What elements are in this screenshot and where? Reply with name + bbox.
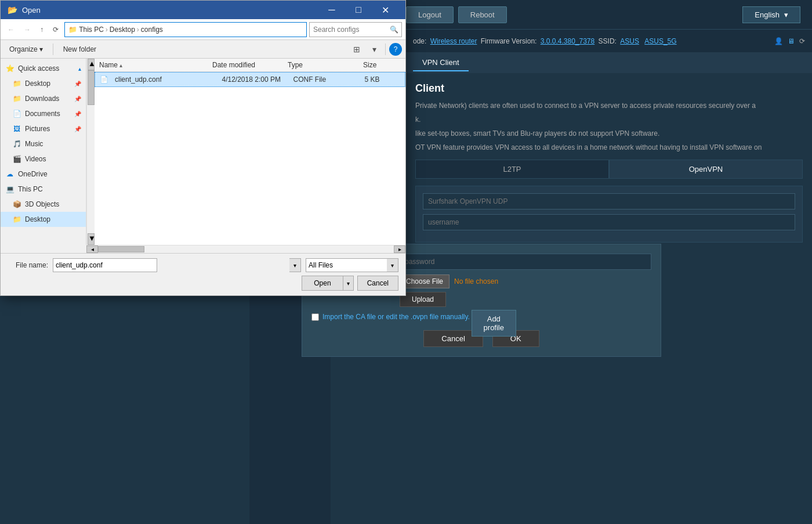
onedrive-icon: ☁	[5, 169, 14, 179]
refresh-button[interactable]: ⟳	[49, 23, 62, 36]
tab-vpn-client[interactable]: VPN Client	[413, 55, 469, 71]
file-size: 5 KB	[365, 75, 401, 84]
username-input[interactable]	[423, 214, 795, 230]
add-profile-button[interactable]: Add profile	[472, 310, 516, 337]
nav-this-pc[interactable]: 💻 This PC	[1, 182, 86, 197]
file-name: client_udp.conf	[115, 75, 222, 84]
view-dropdown-button[interactable]: ▾	[367, 42, 382, 57]
path-sep-1: ›	[137, 26, 139, 34]
videos-label: Videos	[25, 155, 81, 163]
nav-quick-access[interactable]: ⭐ Quick access ▴	[1, 61, 86, 76]
horizontal-scrollbar[interactable]: ◂ ▸	[86, 245, 405, 253]
nav-music[interactable]: 🎵 Music	[1, 136, 86, 151]
logout-button[interactable]: Logout	[406, 6, 454, 23]
file-date: 4/12/2018 2:00 PM	[222, 75, 293, 84]
ssid-label: SSID:	[599, 37, 617, 45]
nav-sidebar: ⭐ Quick access ▴ 📁 Desktop 📌 📁 Downloads…	[1, 59, 86, 245]
reboot-button[interactable]: Reboot	[458, 6, 507, 23]
nav-3d-objects[interactable]: 📦 3D Objects	[1, 197, 86, 212]
music-icon: 🎵	[12, 139, 21, 149]
desktop-label: Desktop	[25, 79, 71, 88]
nav-onedrive[interactable]: ☁ OneDrive	[1, 167, 86, 182]
this-pc-icon: 💻	[5, 185, 14, 194]
table-row[interactable]: 📄 client_udp.conf 4/12/2018 2:00 PM CONF…	[95, 72, 405, 87]
pictures-label: Pictures	[25, 125, 71, 133]
scrollbar-up[interactable]: ▲	[88, 59, 95, 70]
choose-file-button[interactable]: Choose File	[400, 274, 449, 288]
dialog-addressbar: ← → ↑ ⟳ 📁 This PC › Desktop › configs 🔍	[1, 19, 405, 40]
ssid5g-link[interactable]: ASUS_5G	[644, 37, 676, 45]
refresh-icon: ⟳	[799, 37, 805, 45]
scroll-left-btn[interactable]: ◂	[86, 245, 98, 253]
filename-input[interactable]	[53, 258, 157, 272]
path-part-1: Desktop	[110, 26, 135, 34]
search-input[interactable]	[309, 22, 402, 37]
language-button[interactable]: English ▾	[742, 6, 800, 23]
close-button[interactable]: ✕	[372, 1, 398, 19]
scroll-right-btn[interactable]: ▸	[394, 245, 405, 253]
col-type[interactable]: Type	[288, 61, 363, 69]
back-button[interactable]: ←	[4, 23, 18, 36]
music-label: Music	[25, 140, 81, 148]
password-input[interactable]	[400, 254, 651, 270]
username-field	[423, 214, 795, 230]
nav-pictures[interactable]: 🖼 Pictures 📌	[1, 121, 86, 136]
filename-dropdown-button[interactable]: ▾	[289, 258, 301, 272]
main-desc4: OT VPN feature provides VPN access to al…	[415, 142, 803, 153]
col-name[interactable]: Name ▴	[99, 61, 212, 69]
desktop-2-icon: 📁	[12, 215, 21, 224]
desktop-2-label: Desktop	[25, 215, 81, 223]
router-tabbar: VPN Client	[406, 52, 812, 73]
address-path[interactable]: 📁 This PC › Desktop › configs	[64, 22, 307, 37]
maximize-button[interactable]: □	[345, 1, 372, 19]
minimize-button[interactable]: ─	[318, 1, 345, 19]
firmware-value-link[interactable]: 3.0.0.4.380_7378	[541, 37, 594, 45]
scrollbar-down[interactable]: ▼	[88, 233, 95, 245]
documents-label: Documents	[25, 110, 71, 118]
organize-button[interactable]: Organize ▾	[4, 43, 48, 56]
import-ca-checkbox[interactable]	[311, 313, 319, 321]
path-part-2: configs	[141, 26, 163, 34]
toolbar-sep-2	[385, 44, 386, 55]
scroll-thumb-h[interactable]	[98, 246, 144, 252]
nav-videos[interactable]: 🎬 Videos	[1, 151, 86, 167]
upload-button[interactable]: Upload	[400, 292, 446, 307]
filename-input-wrapper: ▾	[53, 258, 301, 272]
tab-openvpn[interactable]: OpenVPN	[609, 160, 803, 179]
display-icon: 🖥	[788, 37, 795, 45]
col-date[interactable]: Date modified	[212, 61, 288, 69]
col-size[interactable]: Size	[363, 61, 401, 69]
nav-sidebar-scrollbar[interactable]: ▲ ▼	[86, 59, 95, 245]
open-button[interactable]: Open	[302, 276, 343, 291]
tab-l2tp[interactable]: L2TP	[415, 160, 609, 179]
documents-icon: 📄	[12, 109, 21, 118]
forward-button[interactable]: →	[20, 23, 34, 36]
nav-desktop-2[interactable]: 📁 Desktop	[1, 212, 86, 227]
user-icon: 👤	[774, 37, 783, 45]
dialog-content: ⭐ Quick access ▴ 📁 Desktop 📌 📁 Downloads…	[1, 59, 405, 245]
ssid-value-link[interactable]: ASUS	[620, 37, 639, 45]
main-desc1: Private Network) clients are often used …	[415, 100, 803, 111]
new-folder-button[interactable]: New folder	[58, 43, 102, 56]
file-list: Name ▴ Date modified Type Size 📄 client_…	[95, 59, 405, 245]
description-input[interactable]	[423, 193, 795, 209]
nav-documents[interactable]: 📄 Documents 📌	[1, 106, 86, 121]
mode-value-link[interactable]: Wireless router	[430, 37, 477, 45]
quick-access-icon: ⭐	[5, 64, 14, 73]
filetype-select[interactable]: All Files	[306, 258, 398, 272]
help-button[interactable]: ?	[389, 43, 402, 56]
view-options-button[interactable]: ⊞	[349, 42, 364, 57]
up-button[interactable]: ↑	[37, 23, 47, 36]
onedrive-label: OneDrive	[18, 170, 81, 178]
scrollbar-thumb[interactable]	[88, 70, 95, 105]
nav-downloads[interactable]: 📁 Downloads 📌	[1, 91, 86, 106]
filetype-wrapper: All Files ▾	[306, 258, 398, 272]
desktop-icon: 📁	[12, 79, 21, 88]
dialog-titlebar: 📂 Open ─ □ ✕	[1, 1, 405, 19]
cancel-button[interactable]: Cancel	[357, 276, 398, 291]
language-dropdown-icon: ▾	[784, 10, 788, 19]
open-dropdown-button[interactable]: ▾	[343, 276, 354, 291]
filename-row: File name: ▾ All Files ▾	[8, 258, 398, 272]
nav-desktop[interactable]: 📁 Desktop 📌	[1, 76, 86, 91]
main-desc2: k.	[415, 114, 803, 125]
